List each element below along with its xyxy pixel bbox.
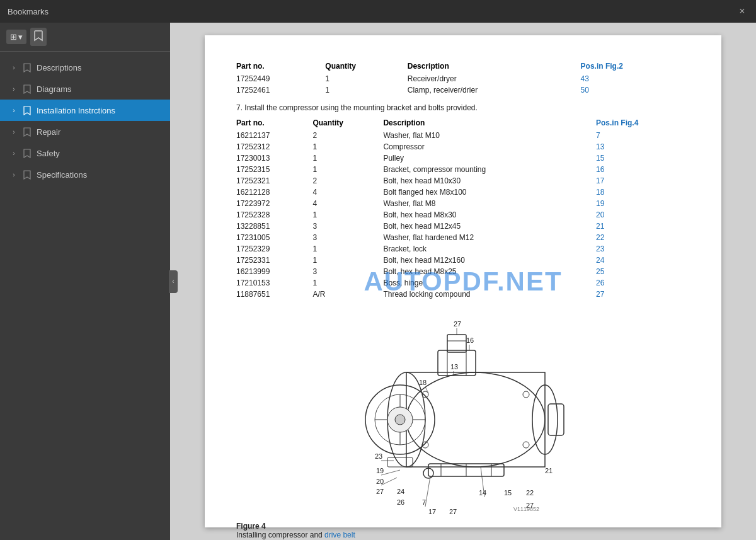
grid-view-button[interactable]: ⊞ ▾	[6, 30, 26, 44]
part-no-cell: 11887651	[236, 289, 312, 300]
sidebar-label-diagrams: Diagrams	[37, 84, 72, 94]
table-row: 17252315 1 Bracket, compressor mounting …	[236, 164, 690, 175]
pos-cell: 23	[596, 243, 690, 255]
svg-text:V1119852: V1119852	[513, 506, 539, 512]
pos-cell: 15	[596, 152, 690, 164]
qty-cell: 1	[312, 164, 383, 175]
table-row: 17252321 2 Bolt, hex head M10x30 17	[236, 175, 690, 187]
table-row: 13228851 3 Bolt, hex head M12x45 21	[236, 221, 690, 232]
desc-cell: Washer, flat M10	[383, 130, 596, 141]
sidebar-item-descriptions[interactable]: › Descriptions	[0, 57, 170, 78]
table-row: 17252312 1 Compressor 13	[236, 141, 690, 152]
desc-cell: Bolt, hex head M12x45	[383, 221, 596, 232]
sidebar: ⊞ ▾ › Descriptions	[0, 23, 170, 540]
desc-cell: Bolt, hex head M12x160	[383, 255, 596, 266]
top-parts-table: Part no. Quantity Description Pos.in Fig…	[236, 60, 690, 96]
svg-rect-0	[331, 313, 595, 514]
qty-cell: 2	[312, 130, 383, 141]
table-row: 11887651 A/R Thread locking compound 27	[236, 289, 690, 300]
part-no-cell: 16212128	[236, 187, 312, 198]
qty-cell: 4	[312, 198, 383, 209]
desc-cell: Bolt flanged hex M8x100	[383, 187, 596, 198]
desc-cell: Compressor	[383, 141, 596, 152]
chevron-right-icon-repair: ›	[10, 128, 18, 135]
pos-cell: 19	[596, 198, 690, 209]
svg-text:13: 13	[450, 363, 458, 371]
chevron-right-icon-install: ›	[10, 106, 18, 114]
sidebar-item-diagrams[interactable]: › Diagrams	[0, 78, 170, 100]
sidebar-items: › Descriptions › Diagrams	[0, 52, 170, 540]
part-no-cell: 16213999	[236, 266, 312, 277]
part-no-cell: 17252312	[236, 141, 312, 152]
col-header-qty-top: Quantity	[325, 60, 407, 73]
main-parts-table: Part no. Quantity Description Pos.in Fig…	[236, 117, 690, 300]
bookmark-icon-repair	[23, 126, 32, 137]
desc-cell: Pulley	[383, 152, 596, 164]
part-no-cell: 17252321	[236, 175, 312, 187]
table-row: 17231005 3 Washer, flat hardened M12 22	[236, 232, 690, 243]
qty-cell: 3	[312, 221, 383, 232]
main-layout: ⊞ ▾ › Descriptions	[0, 23, 756, 540]
page-document: AUTOPDF.NET Part no. Quantity Descriptio…	[205, 35, 721, 527]
svg-text:19: 19	[376, 467, 384, 474]
qty-cell: 1	[312, 141, 383, 152]
table-row: 17252329 1 Bracket, lock 23	[236, 243, 690, 255]
figure-caption-text: Installing compressor and	[236, 531, 324, 539]
desc-cell: Washer, flat M8	[383, 198, 596, 209]
desc-cell: Bracket, lock	[383, 243, 596, 255]
sidebar-item-repair[interactable]: › Repair	[0, 121, 170, 142]
qty-cell: 1	[312, 277, 383, 289]
desc-cell: Washer, flat hardened M12	[383, 232, 596, 243]
pos-cell: 43	[581, 73, 690, 84]
col-header-qty: Quantity	[312, 117, 383, 130]
part-no-cell: 17252328	[236, 209, 312, 221]
qty-cell: 2	[312, 175, 383, 187]
bookmark-icon-button[interactable]	[30, 28, 47, 46]
col-header-desc-top: Description	[408, 60, 581, 73]
table-row: 16212137 2 Washer, flat M10 7	[236, 130, 690, 141]
qty-cell: 3	[312, 232, 383, 243]
pos-cell: 22	[596, 232, 690, 243]
bookmark-icon-install	[23, 105, 32, 116]
table-row: 17252449 1 Receiver/dryer 43	[236, 73, 690, 84]
figure-4-area: 27 16 13 18 23 19 20 27	[236, 313, 690, 539]
table-row: 17252461 1 Clamp, receiver/drier 50	[236, 84, 690, 96]
desc-cell: Bracket, compressor mounting	[383, 164, 596, 175]
chevron-right-icon-diagrams: ›	[10, 85, 18, 93]
desc-cell: Bolt, hex head M10x30	[383, 175, 596, 187]
collapse-sidebar-handle[interactable]: ‹	[169, 270, 178, 293]
part-no-cell: 17252461	[236, 84, 325, 96]
sidebar-label-descriptions: Descriptions	[37, 63, 82, 72]
part-no-cell: 17231005	[236, 232, 312, 243]
pos-cell: 26	[596, 277, 690, 289]
part-no-cell: 17252331	[236, 255, 312, 266]
pos-cell: 25	[596, 266, 690, 277]
qty-cell: 1	[312, 152, 383, 164]
qty-cell: 1	[312, 255, 383, 266]
sidebar-item-specifications[interactable]: › Specifications	[0, 164, 170, 185]
figure-svg-container: 27 16 13 18 23 19 20 27	[331, 313, 595, 517]
pos-cell: 18	[596, 187, 690, 198]
col-header-partno: Part no.	[236, 117, 312, 130]
col-header-pos: Pos.in Fig.4	[596, 117, 690, 130]
part-no-cell: 17210153	[236, 277, 312, 289]
qty-cell: 1	[312, 209, 383, 221]
bookmark-icon-diagrams	[23, 83, 32, 95]
content-area[interactable]: AUTOPDF.NET Part no. Quantity Descriptio…	[170, 23, 756, 540]
compressor-diagram: 27 16 13 18 23 19 20 27	[331, 313, 595, 514]
pos-cell: 24	[596, 255, 690, 266]
svg-text:24: 24	[397, 488, 404, 495]
close-button[interactable]: ×	[736, 5, 748, 18]
table-row: 17252328 1 Bolt, hex head M8x30 20	[236, 209, 690, 221]
figure-caption: Figure 4 Installing compressor and drive…	[236, 522, 690, 539]
svg-text:15: 15	[504, 489, 512, 497]
desc-cell: Boss, hinge	[383, 277, 596, 289]
desc-cell: Bolt, hex head M8x30	[383, 209, 596, 221]
sidebar-item-installation[interactable]: › Installation Instrctions	[0, 100, 170, 121]
table-row: 17252331 1 Bolt, hex head M12x160 24	[236, 255, 690, 266]
svg-point-8	[395, 415, 405, 425]
pos-cell: 27	[596, 289, 690, 300]
svg-text:23: 23	[375, 452, 382, 460]
part-no-cell: 17230013	[236, 152, 312, 164]
sidebar-item-safety[interactable]: › Safety	[0, 142, 170, 164]
